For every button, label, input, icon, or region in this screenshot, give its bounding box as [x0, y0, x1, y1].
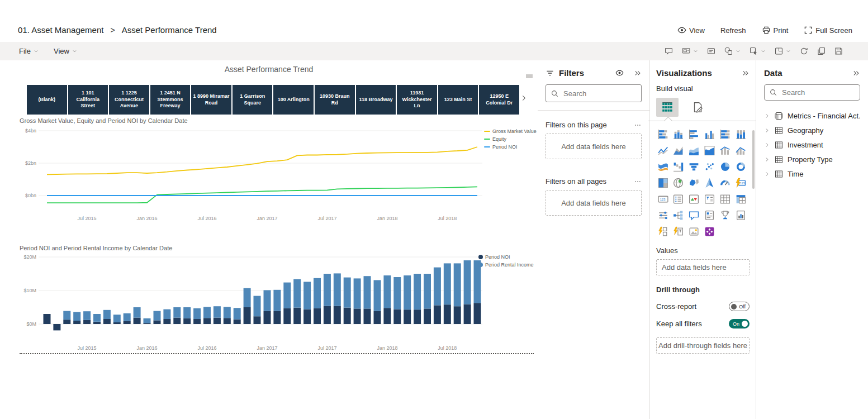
- data-table-row[interactable]: Geography: [764, 123, 860, 137]
- property-tile[interactable]: 118 Broadway: [356, 85, 396, 115]
- filters-all-dropzone[interactable]: Add data fields here: [546, 190, 642, 216]
- values-dropzone[interactable]: Add data fields here: [656, 259, 750, 275]
- expand-chevron-icon[interactable]: [764, 127, 770, 134]
- reset-button[interactable]: [799, 46, 809, 56]
- custom-visual-icon[interactable]: [703, 225, 717, 237]
- filled-map-icon[interactable]: [687, 177, 701, 189]
- new-slicer-icon[interactable]: [672, 225, 685, 237]
- property-tile[interactable]: 1 8990 Miramar Road: [191, 85, 231, 115]
- comment-button[interactable]: [664, 46, 673, 56]
- data-table-row[interactable]: Investment: [764, 137, 860, 152]
- property-tile[interactable]: 12950 E Colonial Dr: [479, 85, 519, 115]
- slicer-icon[interactable]: [703, 193, 717, 205]
- visual-options-handle[interactable]: [526, 74, 533, 78]
- matrix-icon[interactable]: [734, 193, 747, 205]
- stacked-column-chart-icon[interactable]: [672, 128, 685, 140]
- eye-icon[interactable]: [615, 69, 624, 77]
- property-tile[interactable]: 1 1225 Connecticut Avenue: [109, 85, 149, 115]
- breadcrumb-parent[interactable]: 01. Asset Management: [18, 25, 103, 35]
- tab-separator: [648, 121, 757, 121]
- format-visual-tab[interactable]: [686, 98, 709, 117]
- collapse-data-icon[interactable]: [852, 69, 860, 77]
- kpi-icon[interactable]: [687, 193, 701, 205]
- expand-chevron-icon[interactable]: [764, 171, 770, 177]
- property-tile[interactable]: 100 Arlington: [273, 85, 314, 115]
- hundred-stacked-column-chart-icon[interactable]: [734, 128, 747, 140]
- filters-search-input[interactable]: [562, 89, 637, 98]
- collapse-visualizations-icon[interactable]: [742, 69, 750, 77]
- property-tile[interactable]: 1 2451 N Stemmons Freeway: [150, 85, 191, 115]
- keep-all-filters-toggle[interactable]: On: [729, 319, 750, 328]
- clustered-column-chart-icon[interactable]: [703, 128, 717, 140]
- azure-map-icon[interactable]: [703, 177, 717, 189]
- filters-page-dropzone[interactable]: Add data fields here: [546, 134, 642, 159]
- duplicate-button[interactable]: [817, 46, 826, 56]
- full-screen-button[interactable]: Full Screen: [804, 26, 852, 35]
- hundred-stacked-area-chart-icon[interactable]: [703, 144, 717, 156]
- shapes-button[interactable]: [724, 46, 741, 56]
- property-tile[interactable]: 11931 Wickchester Ln: [397, 85, 437, 115]
- property-tile[interactable]: 123 Main St: [438, 85, 478, 115]
- data-search-input[interactable]: [781, 88, 855, 97]
- visualizations-scrollbar[interactable]: [752, 130, 755, 189]
- new-card-icon[interactable]: 123: [734, 177, 747, 189]
- stacked-bar-chart-icon[interactable]: [656, 128, 670, 140]
- property-tile[interactable]: (Blank): [27, 85, 67, 115]
- map-icon[interactable]: [672, 177, 685, 189]
- pie-chart-icon[interactable]: [718, 160, 732, 173]
- cross-report-toggle[interactable]: Off: [729, 302, 750, 311]
- selection-button[interactable]: [749, 46, 766, 56]
- stacked-area-chart-icon[interactable]: [687, 144, 701, 156]
- smart-narrative-icon[interactable]: [703, 209, 717, 221]
- donut-chart-icon[interactable]: [734, 160, 747, 173]
- more-options-icon[interactable]: [634, 121, 642, 129]
- gauge-icon[interactable]: [718, 177, 732, 189]
- funnel-chart-icon[interactable]: [687, 160, 701, 173]
- collapse-filters-icon[interactable]: [634, 69, 642, 77]
- present-button[interactable]: [681, 46, 699, 56]
- layout-button[interactable]: [774, 46, 791, 56]
- button-slicer-icon[interactable]: [656, 225, 670, 237]
- clustered-bar-chart-icon[interactable]: [687, 128, 701, 140]
- qa-visual-icon[interactable]: [687, 209, 701, 221]
- expand-chevron-icon[interactable]: [764, 142, 770, 148]
- carousel-next-button[interactable]: [520, 94, 528, 102]
- line-chart-icon[interactable]: [656, 144, 670, 156]
- multi-row-card-icon[interactable]: [672, 193, 685, 205]
- save-button[interactable]: [834, 46, 843, 56]
- data-table-row[interactable]: Time: [764, 166, 860, 181]
- view-button[interactable]: View: [677, 26, 705, 35]
- property-tile[interactable]: 10930 Braun Rd: [315, 85, 355, 115]
- image-visual-icon[interactable]: [687, 225, 701, 237]
- paginated-report-icon[interactable]: [734, 209, 747, 221]
- legend-label: Equity: [492, 136, 506, 142]
- scatter-chart-icon[interactable]: [703, 160, 717, 173]
- treemap-icon[interactable]: [656, 177, 670, 189]
- decomposition-tree-icon[interactable]: [672, 209, 685, 221]
- build-visual-tab[interactable]: [656, 98, 679, 117]
- file-menu[interactable]: File: [19, 47, 39, 55]
- ribbon-chart-icon[interactable]: [656, 160, 670, 173]
- refresh-button[interactable]: Refresh: [720, 26, 746, 35]
- expand-chevron-icon[interactable]: [764, 113, 770, 119]
- text-box-button[interactable]: [706, 46, 716, 56]
- data-table-row[interactable]: Property Type: [764, 152, 860, 166]
- property-tile[interactable]: 1 101 California Street: [68, 85, 108, 115]
- key-influencers-icon[interactable]: [656, 209, 670, 221]
- print-button[interactable]: Print: [762, 26, 789, 35]
- expand-chevron-icon[interactable]: [764, 156, 770, 163]
- area-chart-icon[interactable]: [672, 144, 685, 156]
- line-clustered-column-chart-icon[interactable]: [734, 144, 747, 156]
- drill-through-dropzone[interactable]: Add drill-through fields here: [656, 337, 750, 354]
- table-visual-icon[interactable]: [718, 193, 732, 205]
- property-tile[interactable]: 1 Garrison Square: [233, 85, 273, 115]
- waterfall-chart-icon[interactable]: [672, 160, 685, 173]
- view-menu[interactable]: View: [54, 47, 78, 55]
- data-table-row[interactable]: Metrics - Financial Act...: [764, 108, 860, 123]
- hundred-stacked-bar-chart-icon[interactable]: [718, 128, 732, 140]
- metrics-icon[interactable]: [718, 209, 732, 221]
- card-icon[interactable]: 123: [656, 193, 670, 205]
- line-stacked-column-chart-icon[interactable]: [718, 144, 732, 156]
- more-options-icon[interactable]: [634, 178, 642, 185]
- breadcrumb: 01. Asset Management > Asset Performance…: [18, 25, 217, 35]
